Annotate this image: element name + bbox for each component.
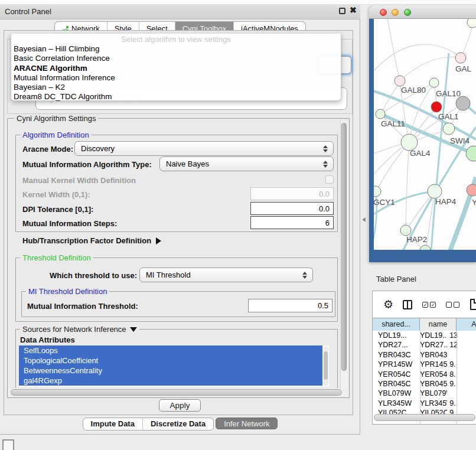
minimize-yellow-icon[interactable] <box>392 9 399 16</box>
network-edge[interactable] <box>400 57 461 81</box>
dpi-tolerance-label: DPI Tolerance [0,1]: <box>22 205 93 214</box>
mi-steps-value: 6 <box>325 219 330 227</box>
gear-icon[interactable]: ⚙ <box>383 298 393 311</box>
settings-scrollbar-thumb[interactable] <box>341 123 347 371</box>
aracne-mode-combobox[interactable]: Discovery <box>74 141 334 156</box>
attribute-item-selected[interactable]: BetweennessCentrality <box>19 366 322 376</box>
tab-discretize-data[interactable]: Discretize Data <box>142 418 213 430</box>
table-row[interactable]: YLR345WYLR345W9. <box>373 399 476 408</box>
algorithm-option[interactable]: Mutual Information Inference <box>11 73 341 83</box>
close-red-icon[interactable] <box>380 9 387 16</box>
column-divider[interactable] <box>457 331 457 425</box>
table-row[interactable]: YBR043CYBR043C <box>373 350 476 360</box>
import-table-icon[interactable] <box>470 299 476 310</box>
table-row[interactable]: YDR27...YDR27...12 <box>373 340 476 350</box>
aracne-mode-label: Aracne Mode: <box>22 145 73 154</box>
popup-placeholder: Select algorithm to view settings <box>11 35 341 44</box>
algorithm-option[interactable]: Bayesian – K2 <box>11 83 341 92</box>
network-node[interactable] <box>467 19 476 28</box>
data-attributes-list[interactable]: SelfLoopsTopologicalCoefficientBetweenne… <box>19 345 329 387</box>
network-edge[interactable] <box>387 19 400 80</box>
attribute-item-selected[interactable]: TopologicalCoefficient <box>19 356 322 366</box>
network-node[interactable] <box>395 76 405 86</box>
network-node[interactable] <box>431 102 442 112</box>
apply-button[interactable]: Apply <box>159 399 201 412</box>
split-columns-icon[interactable] <box>403 300 412 309</box>
column-divider[interactable] <box>420 331 420 425</box>
network-edge[interactable] <box>380 81 400 114</box>
algorithm-option[interactable]: Basic Correlation Inference <box>11 54 341 63</box>
settings-hscrollbar-thumb[interactable] <box>11 389 342 396</box>
sources-group-label[interactable]: Sources for Network Inference <box>20 325 139 334</box>
algorithm-option[interactable]: Dream8 DC_TDC Algorithm <box>11 92 341 102</box>
network-edge[interactable] <box>374 148 402 174</box>
expand-right-icon <box>156 237 161 244</box>
table-row[interactable]: YER054CYER054C8. <box>373 370 476 379</box>
network-node[interactable] <box>467 184 476 196</box>
network-node[interactable] <box>400 225 411 236</box>
network-node[interactable] <box>420 245 431 250</box>
node-label: HAP4 <box>435 197 457 206</box>
network-node[interactable] <box>456 96 470 110</box>
close-icon[interactable]: ✖ <box>350 5 357 15</box>
algorithm-option[interactable]: ARACNE Algorithm <box>11 64 341 73</box>
table-panel-titlebar: Table Panel <box>369 270 476 287</box>
network-node[interactable] <box>429 78 439 87</box>
which-threshold-label: Which threshold to use: <box>50 271 137 280</box>
zoom-green-icon[interactable] <box>404 9 411 16</box>
mi-type-label: Mutual Information Algorithm Type: <box>22 160 152 169</box>
checked-pair-icon[interactable]: ✓ ✓ <box>422 302 436 308</box>
mi-threshold-label: Mutual Information Threshold: <box>27 302 138 311</box>
algorithm-option[interactable]: Bayesian – Hill Climbing <box>11 44 341 54</box>
table-row[interactable]: YBL079WYBL079W <box>373 389 476 398</box>
column-header-name[interactable]: name <box>420 318 457 331</box>
node-label: GAL10 <box>436 89 461 98</box>
list-scrollbar-thumb[interactable] <box>324 351 328 380</box>
dpi-tolerance-field[interactable]: 0.0 <box>250 202 334 215</box>
divider-collapse-icon[interactable] <box>362 217 366 222</box>
table-cell: 12 <box>447 340 476 350</box>
which-threshold-combobox[interactable]: MI Threshold <box>139 268 313 282</box>
hub-definition-toggle[interactable]: Hub/Transcription Factor Definition <box>22 236 161 245</box>
network-graph[interactable]: GALGAL80GAL10GAL11GAL1SWI4GAL4GCY1HAP4YH… <box>374 19 476 250</box>
combo-arrows-icon <box>323 145 328 152</box>
kernel-width-field[interactable]: 0.0 <box>250 187 334 200</box>
list-scrollbar-track[interactable] <box>323 347 328 386</box>
manual-kernel-checkbox[interactable] <box>325 175 334 184</box>
unchecked-box-icon <box>446 302 452 308</box>
mi-threshold-field[interactable]: 0.5 <box>248 299 332 312</box>
network-canvas[interactable]: GALGAL80GAL10GAL11GAL1SWI4GAL4GCY1HAP4YH… <box>374 19 476 250</box>
column-header-shared[interactable]: shared... <box>373 318 420 331</box>
tab-impute-data[interactable]: Impute Data <box>83 418 142 430</box>
network-edge[interactable] <box>406 142 409 230</box>
network-edge[interactable] <box>374 144 402 154</box>
column-header-a[interactable]: A <box>457 318 476 331</box>
network-node[interactable] <box>428 184 442 198</box>
table-cell: YBL079W <box>373 389 415 398</box>
minimized-panel-icon[interactable] <box>2 439 14 450</box>
bottom-tabs-group: Impute DataDiscretize Data <box>83 418 214 431</box>
mi-steps-field[interactable]: 6 <box>250 216 334 229</box>
attribute-item-selected[interactable]: SelfLoops <box>19 345 322 356</box>
network-node[interactable] <box>455 53 466 63</box>
mi-type-combobox[interactable]: Naive Bayes <box>159 156 334 171</box>
network-node[interactable] <box>443 123 455 135</box>
network-node[interactable] <box>376 109 385 119</box>
unchecked-pair-icon[interactable] <box>446 302 459 308</box>
mi-threshold-value: 0.5 <box>318 301 328 310</box>
table-row[interactable]: YBR045CYBR045C9. <box>373 379 476 389</box>
network-node[interactable] <box>466 146 476 161</box>
table-row[interactable]: YDL19...YDL19...13 <box>373 331 476 340</box>
control-panel-titlebar <box>0 4 360 19</box>
float-panel-icon[interactable] <box>339 8 345 14</box>
table-cell: YBR043C <box>373 350 415 360</box>
attribute-item-selected[interactable]: gal4RGexp <box>19 376 322 386</box>
mi-threshold-group-label: MI Threshold Definition <box>26 287 109 296</box>
network-node[interactable] <box>374 186 381 197</box>
table-row[interactable]: YPR145WYPR145W9. <box>373 360 476 369</box>
table-hscrollbar-thumb[interactable] <box>374 414 475 421</box>
table-cell: 8. <box>447 370 476 379</box>
kernel-width-label: Kernel Width (0,1): <box>22 190 90 199</box>
tab-infer-network[interactable]: Infer Network <box>216 418 278 429</box>
network-node[interactable] <box>401 134 418 151</box>
